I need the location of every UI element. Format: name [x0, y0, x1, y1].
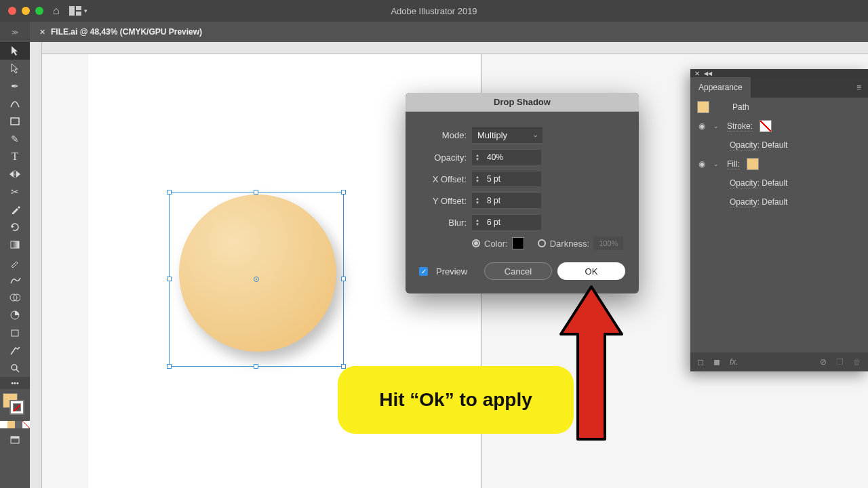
titlebar: ⌂ ▾ Adobe Illustrator 2019	[0, 0, 868, 22]
stroke-row[interactable]: ◉ ⌄ Stroke:	[690, 117, 868, 136]
resize-handle[interactable]	[254, 364, 258, 369]
drop-shadow-dialog: Drop Shadow Mode: Multiply ⌵ Opacity: ▲▼…	[406, 93, 639, 293]
preview-checkbox[interactable]: ✓	[419, 267, 428, 276]
opacity-label: Opacity: Default	[730, 140, 787, 150]
direct-selection-tool[interactable]	[0, 60, 30, 77]
fill-opacity-row[interactable]: Opacity: Default	[690, 174, 868, 192]
visibility-icon[interactable]: ◉	[697, 121, 707, 131]
object-type-row: Path	[690, 98, 868, 117]
yoffset-stepper[interactable]: ▲▼	[472, 193, 483, 208]
add-fill-icon[interactable]: ◼	[713, 357, 720, 367]
darkness-label: Darkness:	[550, 239, 590, 249]
cancel-button[interactable]: Cancel	[484, 262, 552, 280]
reflect-tool[interactable]	[0, 165, 30, 183]
close-tab-icon[interactable]: ✕	[39, 28, 45, 37]
panel-toggle-icon[interactable]: ≫	[0, 22, 30, 42]
darkness-radio[interactable]	[538, 239, 546, 247]
gradient-tool[interactable]	[0, 236, 30, 253]
svg-rect-9	[12, 330, 18, 336]
scissors-tool[interactable]: ✂	[0, 183, 30, 201]
resize-handle[interactable]	[167, 364, 172, 369]
resize-handle[interactable]	[341, 277, 346, 281]
edit-toolbar-button[interactable]: •••	[0, 377, 30, 389]
minimize-window-button[interactable]	[22, 7, 30, 15]
selection-tool[interactable]	[0, 42, 30, 60]
ok-button[interactable]: OK	[557, 262, 625, 280]
eyedropper-tool[interactable]	[0, 201, 30, 218]
visibility-icon[interactable]: ◉	[697, 159, 707, 169]
eyedropper-alt-tool[interactable]	[0, 253, 30, 271]
opacity-label: Opacity: Default	[730, 197, 787, 207]
fill-swatch[interactable]	[747, 158, 759, 170]
resize-handle[interactable]	[167, 190, 172, 195]
appearance-panel-footer: ◻ ◼ fx. ⊘ ❐ 🗑	[690, 352, 868, 371]
appearance-tab[interactable]: Appearance	[690, 77, 751, 98]
center-dot-icon	[256, 279, 257, 280]
clear-appearance-icon[interactable]: ⊘	[820, 357, 827, 367]
duplicate-item-icon[interactable]: ❐	[836, 357, 844, 367]
svg-rect-14	[11, 436, 19, 439]
add-effect-icon[interactable]: fx.	[730, 357, 738, 367]
rotate-tool[interactable]	[0, 218, 30, 236]
fill-stroke-swatches[interactable]	[0, 393, 30, 419]
object-opacity-row[interactable]: Opacity: Default	[690, 192, 868, 211]
rectangle-tool[interactable]	[0, 113, 30, 130]
color-mode-row[interactable]	[0, 421, 30, 428]
zoom-tool[interactable]	[0, 359, 30, 377]
arrange-documents-menu[interactable]: ▾	[69, 6, 87, 16]
close-panel-icon[interactable]: ✕	[694, 70, 700, 77]
opacity-input[interactable]	[483, 150, 541, 165]
shape-builder-tool[interactable]	[0, 289, 30, 306]
yoffset-input[interactable]	[483, 193, 541, 208]
close-window-button[interactable]	[8, 7, 16, 15]
stroke-swatch[interactable]	[760, 120, 772, 132]
collapse-panel-icon[interactable]: ◀◀	[704, 70, 712, 77]
xoffset-input[interactable]	[483, 171, 541, 186]
color-radio[interactable]	[472, 239, 480, 247]
stroke-opacity-row[interactable]: Opacity: Default	[690, 136, 868, 155]
blur-stepper[interactable]: ▲▼	[472, 215, 483, 230]
shadow-color-swatch[interactable]	[512, 237, 524, 249]
type-tool[interactable]: T	[0, 148, 30, 165]
curvature-tool[interactable]	[0, 95, 30, 113]
stroke-swatch[interactable]	[9, 400, 24, 415]
thumbnail-swatch	[697, 101, 709, 113]
ruler-vertical	[30, 42, 42, 488]
chevron-down-icon[interactable]: ⌄	[713, 123, 720, 129]
chevron-down-icon: ⌵	[534, 131, 537, 138]
resize-handle[interactable]	[167, 277, 172, 281]
slice-tool[interactable]	[0, 342, 30, 359]
selection-bounding-box[interactable]	[169, 192, 344, 367]
resize-handle[interactable]	[254, 190, 258, 195]
blur-input[interactable]	[483, 215, 541, 230]
preview-label: Preview	[436, 266, 467, 277]
delete-item-icon[interactable]: 🗑	[853, 357, 861, 367]
blend-tool[interactable]	[0, 271, 30, 289]
panel-top-bar[interactable]: ✕◀◀	[690, 69, 868, 77]
fill-row[interactable]: ◉ ⌄ Fill:	[690, 155, 868, 174]
fill-label: Fill:	[727, 159, 740, 169]
tools-panel: ✒ ✎ T ✂ •••	[0, 42, 30, 488]
pen-tool[interactable]: ✒	[0, 77, 30, 95]
svg-line-11	[16, 369, 19, 372]
paintbrush-tool[interactable]: ✎	[0, 130, 30, 148]
opacity-label: Opacity: Default	[730, 178, 787, 188]
add-stroke-icon[interactable]: ◻	[697, 357, 704, 367]
artboard-tool[interactable]	[0, 324, 30, 342]
chevron-down-icon: ▾	[84, 7, 87, 14]
xoffset-stepper[interactable]: ▲▼	[472, 171, 483, 186]
dialog-title: Drop Shadow	[406, 93, 639, 112]
document-tab[interactable]: ✕ FILE.ai @ 48,43% (CMYK/GPU Preview)	[30, 22, 212, 42]
resize-handle[interactable]	[341, 190, 346, 195]
opacity-stepper[interactable]: ▲▼	[472, 150, 483, 165]
chevron-down-icon[interactable]: ⌄	[713, 161, 720, 167]
screen-mode-button[interactable]	[0, 431, 30, 449]
maximize-window-button[interactable]	[35, 7, 43, 15]
annotation-text: Hit “Ok” to apply	[379, 389, 532, 411]
mode-select[interactable]: Multiply ⌵	[472, 127, 542, 143]
resize-handle[interactable]	[341, 364, 346, 369]
panel-menu-icon[interactable]: ≡	[850, 83, 868, 92]
graph-tool[interactable]	[0, 306, 30, 324]
home-icon[interactable]: ⌂	[53, 5, 60, 17]
svg-rect-5	[11, 241, 19, 248]
